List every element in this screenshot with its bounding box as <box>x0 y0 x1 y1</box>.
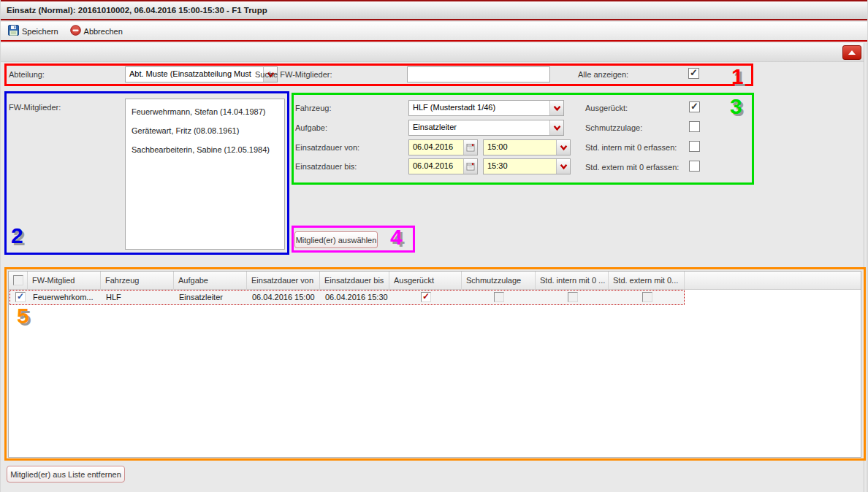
column-header[interactable]: Std. intern mit 0 ... <box>536 272 609 290</box>
save-button-label: Speichern <box>22 27 58 36</box>
page-title: Einsatz (Normal): 20161010002, 06.04.201… <box>7 6 267 15</box>
cancel-button-label: Abbrechen <box>84 27 123 36</box>
std-extern-label: Std. extern mit 0 erfassen: <box>585 163 679 172</box>
fahrzeug-select[interactable]: HLF (Musterstadt 1/46) <box>408 100 564 116</box>
collapse-panel-button[interactable] <box>842 45 861 60</box>
einsatzdauer-von-label: Einsatzdauer von: <box>295 143 359 152</box>
column-header[interactable]: FW-Mitglied <box>28 272 101 290</box>
panel-header-band <box>1 43 867 62</box>
collapsed-side-panel[interactable] <box>864 43 867 492</box>
title-bar: Einsatz (Normal): 20161010002, 06.04.201… <box>1 1 867 20</box>
toolbar: Speichern Abbrechen <box>1 22 867 42</box>
save-icon <box>8 25 19 37</box>
application-window: Einsatz (Normal): 20161010002, 06.04.201… <box>0 0 868 492</box>
annotation-number-3: 3 <box>730 96 742 118</box>
cell-einsatzdauer-bis: 06.04.2016 15:30 <box>321 293 389 301</box>
einsatzdauer-bis-label: Einsatzdauer bis: <box>295 162 357 171</box>
column-header[interactable]: Einsatzdauer bis <box>320 272 389 290</box>
schmutzzulage-label: Schmutzzulage: <box>585 123 642 132</box>
chevron-down-icon[interactable] <box>556 140 570 155</box>
table-row[interactable]: Feuerwehrkom... HLF Einsatzleiter 06.04.… <box>9 290 685 305</box>
ausgerueckt-label: Ausgerückt: <box>585 104 628 112</box>
save-button[interactable]: Speichern <box>8 25 58 37</box>
annotation-box-1 <box>4 64 753 86</box>
cancel-icon <box>70 25 81 37</box>
column-header[interactable]: Aufgabe <box>174 272 247 290</box>
column-header[interactable]: Std. extern mit 0... <box>609 272 685 290</box>
select-all-checkbox[interactable] <box>13 275 23 285</box>
cell-std-intern-checkbox[interactable] <box>568 292 578 302</box>
cell-ausgerueckt-checkbox[interactable] <box>421 292 431 302</box>
search-label: Suche FW-Mitglieder: <box>255 70 332 79</box>
column-header[interactable]: Ausgerückt <box>389 272 462 290</box>
list-item[interactable]: Gerätewart, Fritz (08.08.1961) <box>132 121 278 140</box>
column-header[interactable]: Schmutzzulage <box>462 272 536 290</box>
std-extern-checkbox[interactable] <box>689 161 700 172</box>
bis-date-field[interactable]: 06.04.2016 <box>408 158 478 174</box>
members-table: FW-Mitglied Fahrzeug Aufgabe Einsatzdaue… <box>8 271 861 458</box>
search-input[interactable] <box>407 66 550 82</box>
fw-mitglieder-list[interactable]: Feuerwehrmann, Stefan (14.04.1987) Gerät… <box>125 99 285 250</box>
aufgabe-select[interactable]: Einsatzleiter <box>408 120 564 136</box>
select-all-header-cell <box>9 272 28 290</box>
column-header[interactable]: Einsatzdauer von <box>247 272 320 290</box>
annotation-number-2: 2 <box>11 225 23 247</box>
bis-time-select[interactable]: 15:30 <box>483 158 571 174</box>
remove-members-button[interactable]: Mitglied(er) aus Liste entfernen <box>7 466 125 483</box>
schmutzzulage-checkbox[interactable] <box>689 121 700 132</box>
calendar-icon[interactable] <box>463 140 477 155</box>
select-members-button[interactable]: Mitglied(er) auswählen <box>294 231 378 248</box>
alle-anzeigen-checkbox[interactable] <box>688 68 699 79</box>
cell-fw-mitglied: Feuerwehrkom... <box>28 293 100 301</box>
annotation-number-1: 1 <box>731 66 744 88</box>
std-intern-checkbox[interactable] <box>689 141 700 152</box>
aufgabe-label: Aufgabe: <box>295 123 327 132</box>
abteilung-label: Abteilung: <box>9 70 45 79</box>
std-intern-label: Std. intern mit 0 erfassen: <box>585 143 677 152</box>
list-item[interactable]: Sachbearbeiterin, Sabine (12.05.1984) <box>132 140 278 159</box>
cell-schmutzzulage-checkbox[interactable] <box>494 292 504 302</box>
alle-anzeigen-label: Alle anzeigen: <box>578 70 628 79</box>
cell-einsatzdauer-von: 06.04.2016 15:00 <box>248 293 319 301</box>
chevron-up-icon <box>848 50 856 55</box>
list-item[interactable]: Feuerwehrmann, Stefan (14.04.1987) <box>132 102 278 121</box>
annotation-number-4: 4 <box>390 226 403 248</box>
column-header[interactable]: Fahrzeug <box>101 272 174 290</box>
chevron-down-icon[interactable] <box>549 101 563 115</box>
calendar-icon[interactable] <box>463 159 477 174</box>
von-time-select[interactable]: 15:00 <box>483 139 571 155</box>
fahrzeug-label: Fahrzeug: <box>295 104 332 112</box>
cancel-button[interactable]: Abbrechen <box>70 25 123 37</box>
von-date-field[interactable]: 06.04.2016 <box>408 139 478 155</box>
chevron-down-icon[interactable] <box>549 120 563 135</box>
ausgerueckt-checkbox[interactable] <box>689 101 700 112</box>
table-header: FW-Mitglied Fahrzeug Aufgabe Einsatzdaue… <box>9 272 861 290</box>
fw-mitglieder-label: FW-Mitglieder: <box>9 103 61 112</box>
cell-aufgabe: Einsatzleiter <box>175 293 246 301</box>
cell-std-extern-checkbox[interactable] <box>642 292 652 302</box>
row-select-checkbox[interactable] <box>15 292 26 302</box>
cell-fahrzeug: HLF <box>102 293 173 301</box>
chevron-down-icon[interactable] <box>556 159 570 174</box>
